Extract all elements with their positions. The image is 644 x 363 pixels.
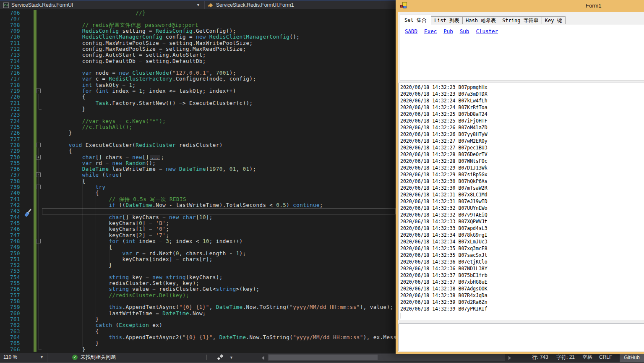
form-titlebar[interactable]: Form1: [396, 0, 644, 12]
line-number: 761: [0, 316, 20, 322]
line-number: 735: [0, 160, 20, 166]
code-text: {: [42, 329, 99, 334]
line-number: 722: [0, 106, 20, 112]
fold-collapse-icon[interactable]: -: [36, 143, 41, 147]
text-caret: [401, 313, 401, 319]
status-line-ending[interactable]: CRLF: [599, 353, 612, 362]
log-entry: 2020/06/18 14:32:23 B07ppmghHx: [400, 84, 644, 91]
code-text: DateTime lastWriteTime = new DateTime(19…: [42, 166, 256, 172]
code-text: {: [42, 244, 112, 250]
line-number: 739: [0, 184, 20, 190]
line-number: 763: [0, 329, 20, 334]
winforms-app-icon[interactable]: [400, 2, 407, 9]
line-number: 747: [0, 232, 20, 238]
fold-margin: [36, 118, 42, 124]
hscrollbar-right-arrow[interactable]: [508, 356, 511, 360]
line-number: 707: [0, 16, 20, 22]
line-number: 738: [0, 178, 20, 184]
line-number: 737: [0, 172, 20, 178]
log-entry: 2020/06/18 14:32:38 B07R4xJqDa: [400, 292, 644, 299]
code-text: //redisCluster.Del(key);: [42, 292, 189, 298]
log-entry: 2020/06/18 14:32:23 B07a3mDTDX: [400, 91, 644, 97]
line-number: 765: [0, 340, 20, 346]
status-column-number[interactable]: 字符: 21: [556, 353, 575, 362]
fold-collapse-icon[interactable]: -: [36, 89, 41, 93]
fold-margin: [36, 28, 42, 34]
line-number: 762: [0, 322, 20, 328]
github-status-button[interactable]: GitHub: [620, 353, 644, 363]
line-number: 729: [0, 148, 20, 154]
line-number: 723: [0, 112, 20, 118]
code-text: var r = rd.Next(0, chars.Length - 1);: [42, 251, 246, 256]
code-text: keyChars[2] = '7';: [42, 232, 169, 238]
line-number: 754: [0, 274, 20, 280]
line-number: 758: [0, 298, 20, 304]
code-text: var c = RedisClusterFactory.Configure(no…: [42, 76, 256, 82]
code-text: //c.FlushAll();: [42, 124, 132, 130]
form-client-area: Set 集合List 列表Hash 哈希表String 字符串Key 键 SAD…: [398, 12, 644, 352]
divider: [206, 355, 207, 360]
line-number: 724: [0, 118, 20, 124]
tab-key[interactable]: Key 键: [542, 16, 566, 24]
log-entry: 2020/06/18 14:32:32 B07UUYnEWo: [400, 205, 644, 212]
link-cluster[interactable]: Cluster: [476, 28, 498, 34]
code-text: }: [42, 262, 112, 268]
log-entry: 2020/06/18 14:32:29 B07D1J13Wk: [400, 165, 644, 171]
breadcrumb-member-dropdown[interactable]: ServiceStack.Redis.FormUI.Form1: [205, 1, 297, 9]
editor-zoom-dropdown[interactable]: 110 % ▼: [0, 353, 47, 362]
code-text: for (int index = 1; index <= taskQty; in…: [42, 88, 236, 94]
health-indicator[interactable]: ✓ 未找到相关问题: [72, 353, 116, 362]
chevron-down-icon: ▼: [196, 3, 200, 7]
status-indentation[interactable]: 空格: [582, 353, 592, 362]
log-entry: 2020/06/18 14:32:26 B07oM4laZD: [400, 124, 644, 131]
brush-icon: [219, 354, 223, 358]
log-entry: 2020/06/18 14:32:30 B07hQkP6As: [400, 178, 644, 185]
fold-margin: [36, 70, 42, 76]
link-exec[interactable]: Exec: [424, 28, 437, 34]
tab-string[interactable]: String 字符串: [499, 16, 542, 24]
secondary-textbox[interactable]: [399, 324, 644, 351]
breadcrumb-project-label: ServiceStack.Redis.FormUI: [11, 2, 73, 8]
tab-list[interactable]: List 列表: [431, 16, 463, 24]
csharp-project-icon: [3, 3, 9, 8]
log-entry: 2020/06/18 14:32:36 B07ND1L38Y: [400, 265, 644, 272]
log-entry: 2020/06/18 14:32:28 B07WNtsFOc: [400, 158, 644, 165]
fold-margin: [36, 46, 42, 52]
breadcrumb-project-dropdown[interactable]: ServiceStack.Redis.FormUI ▼: [0, 1, 205, 9]
line-number: 757: [0, 292, 20, 298]
format-brush-button[interactable]: ▼: [216, 354, 234, 361]
line-number: 711: [0, 40, 20, 46]
line-number: 716: [0, 70, 20, 76]
status-line-number[interactable]: 行: 743: [532, 353, 548, 362]
code-text: {: [42, 148, 72, 154]
code-text: redisCluster.Set(key, key);: [42, 280, 199, 286]
code-text: int taskQty = 1;: [42, 82, 136, 88]
link-sadd[interactable]: SADD: [405, 28, 417, 34]
screwdriver-handle: [24, 212, 29, 217]
log-lines: 2020/06/18 14:32:23 B07ppmghHx2020/06/18…: [400, 84, 644, 312]
log-entry: 2020/06/18 14:32:33 B07apd4sL3: [400, 225, 644, 232]
link-sub[interactable]: Sub: [460, 28, 469, 34]
hscrollbar-track[interactable]: [268, 354, 505, 361]
fold-margin: [36, 40, 42, 46]
outline-guide-end: [39, 350, 42, 350]
indent-guide: [82, 178, 83, 347]
tab-hash[interactable]: Hash 哈希表: [462, 16, 499, 24]
code-text: var rd = new Random();: [42, 160, 156, 166]
hscrollbar-left-arrow[interactable]: [262, 356, 264, 360]
code-text: var node = new ClusterNode("127.0.0.1", …: [42, 70, 236, 76]
line-number: 748: [0, 238, 20, 244]
log-textbox[interactable]: 2020/06/18 14:32:23 B07ppmghHx2020/06/18…: [399, 83, 644, 320]
code-text: keyChars[0] = 'B';: [42, 220, 169, 226]
fold-margin: [36, 76, 42, 82]
hscrollbar-thumb[interactable]: [269, 355, 378, 360]
link-pub[interactable]: Pub: [443, 28, 453, 34]
log-entry: 2020/06/18 14:32:28 B076DeOrTV: [400, 151, 644, 158]
code-text: keyChars[1] = '0';: [42, 226, 169, 232]
code-text: string value = redisCluster.Get<string>(…: [42, 286, 259, 292]
log-entry: 2020/06/18 14:32:30 B07mTsaW2R: [400, 185, 644, 191]
code-text: config.MaxReadPoolSize = setting.MaxRead…: [42, 46, 246, 52]
tab-set[interactable]: Set 集合: [400, 15, 431, 25]
code-text: config.DefaultDb = setting.DefaultDb;: [42, 58, 206, 64]
icon-red-square: [400, 5, 403, 8]
